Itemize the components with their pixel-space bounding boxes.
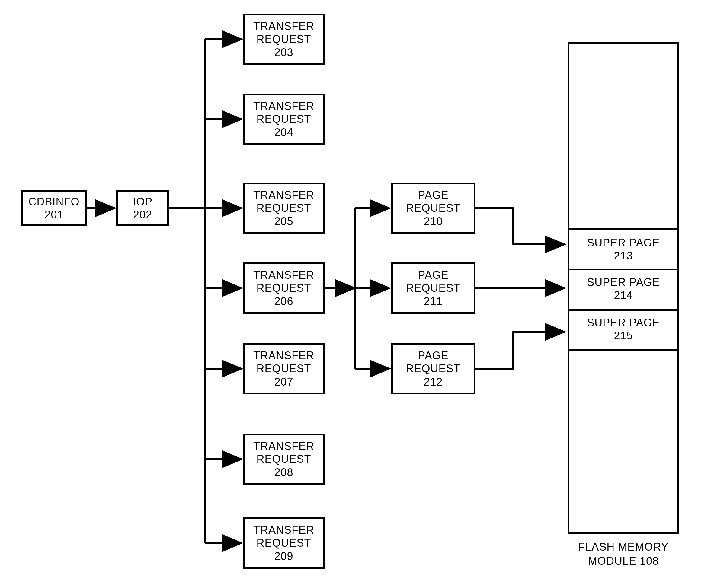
cdbinfo-box: CDBINFO 201 (21, 190, 87, 226)
super-page-215: SUPER PAGE 215 (569, 309, 677, 351)
sp-label: SUPER PAGE (587, 316, 660, 329)
flash-module-label: FLASH MEMORY MODULE 108 (566, 540, 681, 568)
tr-label: TRANSFER REQUEST (245, 189, 323, 214)
iop-num: 202 (133, 208, 152, 221)
page-request-211: PAGE REQUEST 211 (391, 262, 475, 314)
tr-label: TRANSFER REQUEST (245, 440, 323, 465)
transfer-request-209: TRANSFER REQUEST 209 (243, 518, 325, 569)
super-page-213: SUPER PAGE 213 (569, 228, 677, 270)
transfer-request-207: TRANSFER REQUEST 207 (243, 343, 325, 394)
page-request-212: PAGE REQUEST 212 (391, 343, 475, 394)
tr-num: 209 (274, 550, 293, 563)
transfer-request-204: TRANSFER REQUEST 204 (243, 93, 325, 145)
pr-num: 212 (424, 375, 443, 388)
tr-num: 207 (274, 375, 293, 388)
iop-label: IOP (133, 195, 152, 208)
tr-label: TRANSFER REQUEST (245, 20, 323, 45)
transfer-request-205: TRANSFER REQUEST 205 (243, 183, 325, 234)
tr-num: 205 (274, 215, 293, 228)
sp-label: SUPER PAGE (587, 236, 660, 249)
sp-num: 213 (614, 249, 633, 262)
tr-num: 206 (274, 295, 293, 308)
pr-num: 211 (424, 295, 443, 308)
transfer-request-206: TRANSFER REQUEST 206 (243, 262, 325, 314)
tr-label: TRANSFER REQUEST (245, 100, 323, 126)
cdbinfo-label: CDBINFO (29, 195, 80, 208)
super-page-214: SUPER PAGE 214 (569, 269, 677, 311)
pr-label: PAGE REQUEST (393, 189, 474, 214)
tr-label: TRANSFER REQUEST (245, 349, 323, 375)
pr-label: PAGE REQUEST (393, 269, 474, 294)
tr-label: TRANSFER REQUEST (245, 523, 323, 549)
tr-num: 204 (274, 126, 293, 139)
tr-label: TRANSFER REQUEST (245, 269, 323, 294)
page-request-210: PAGE REQUEST 210 (391, 183, 475, 234)
pr-num: 210 (424, 215, 443, 228)
cdbinfo-num: 201 (44, 208, 63, 221)
tr-num: 208 (274, 466, 293, 479)
sp-num: 215 (614, 329, 633, 342)
pr-label: PAGE REQUEST (393, 349, 474, 375)
sp-num: 214 (614, 289, 633, 302)
tr-num: 203 (274, 46, 293, 59)
transfer-request-203: TRANSFER REQUEST 203 (243, 14, 325, 65)
flash-memory-module: SUPER PAGE 213 SUPER PAGE 214 SUPER PAGE… (568, 42, 679, 534)
iop-box: IOP 202 (116, 190, 169, 226)
transfer-request-208: TRANSFER REQUEST 208 (243, 434, 325, 485)
sp-label: SUPER PAGE (587, 276, 660, 289)
